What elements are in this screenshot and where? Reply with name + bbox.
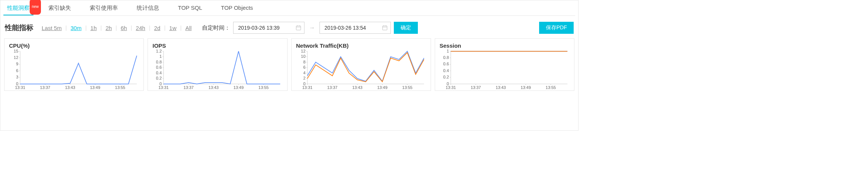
svg-rect-4: [383, 26, 387, 30]
calendar-icon: [382, 25, 387, 30]
tab-bar: 性能洞察new索引缺失索引使用率统计信息TOP SQLTOP Objects: [0, 0, 578, 15]
chart-title: CPU(%): [9, 42, 139, 49]
tab-3[interactable]: 统计信息: [137, 0, 159, 15]
time-range-all[interactable]: All: [182, 25, 196, 31]
chart-card-1: IOPS00.20.40.60.811.213:3113:3713:4313:4…: [148, 38, 287, 91]
svg-text:0.4: 0.4: [443, 68, 449, 73]
section-title: 性能指标: [5, 23, 33, 33]
svg-text:12: 12: [301, 50, 305, 53]
chart-title: Network Traffic(KB): [296, 42, 426, 49]
svg-text:1: 1: [446, 50, 449, 53]
svg-text:1.2: 1.2: [156, 50, 162, 53]
svg-text:13:31: 13:31: [302, 85, 312, 90]
svg-text:0.8: 0.8: [156, 60, 162, 64]
chart-plot[interactable]: 00.20.40.60.8113:3113:3713:4313:4913:55: [440, 50, 570, 91]
svg-text:4: 4: [303, 71, 305, 75]
chart-card-2: Network Traffic(KB)02468101213:3113:3713…: [291, 38, 431, 91]
svg-text:13:31: 13:31: [446, 85, 456, 90]
svg-text:13:31: 13:31: [158, 85, 169, 90]
svg-rect-0: [296, 26, 301, 30]
custom-time-label: 自定时间：: [202, 24, 230, 32]
time-range-1h[interactable]: 1h: [87, 25, 101, 31]
svg-text:13:55: 13:55: [115, 85, 125, 90]
svg-text:0.4: 0.4: [156, 71, 162, 75]
controls-row: 性能指标 Last 5m|30m|1h|2h|6h|24h|2d|1w|All …: [0, 20, 578, 38]
svg-text:12: 12: [14, 55, 18, 60]
confirm-button[interactable]: 确定: [394, 22, 418, 34]
time-range-6h[interactable]: 6h: [117, 25, 131, 31]
svg-text:3: 3: [16, 75, 18, 79]
tab-0[interactable]: 性能洞察new: [7, 0, 30, 15]
svg-text:0.6: 0.6: [443, 62, 449, 66]
svg-text:0.8: 0.8: [443, 55, 449, 60]
time-to-value: 2019-03-26 13:54: [324, 25, 366, 31]
svg-text:13:55: 13:55: [259, 85, 269, 90]
svg-text:6: 6: [303, 65, 305, 69]
dashboard: 性能洞察new索引缺失索引使用率统计信息TOP SQLTOP Objects 性…: [0, 0, 579, 131]
new-badge: new: [30, 0, 41, 15]
chart-plot[interactable]: 00.20.40.60.811.213:3113:3713:4313:4913:…: [152, 50, 282, 91]
chart-plot[interactable]: 02468101213:3113:3713:4313:4913:55: [296, 50, 426, 91]
svg-text:13:37: 13:37: [470, 85, 481, 90]
svg-text:13:43: 13:43: [352, 85, 362, 90]
time-range-24h[interactable]: 24h: [132, 25, 149, 31]
svg-text:13:49: 13:49: [90, 85, 100, 90]
svg-text:0.2: 0.2: [156, 76, 162, 80]
svg-text:13:55: 13:55: [546, 85, 556, 90]
svg-text:13:37: 13:37: [184, 85, 194, 90]
svg-text:9: 9: [16, 62, 18, 66]
svg-text:2: 2: [303, 76, 305, 80]
tab-underline: [3, 15, 575, 16]
chart-plot[interactable]: 0369121513:3113:3713:4313:4913:55: [9, 50, 139, 91]
svg-text:13:55: 13:55: [402, 85, 412, 90]
tab-5[interactable]: TOP Objects: [221, 0, 253, 15]
time-range-30m[interactable]: 30m: [67, 25, 85, 31]
tab-4[interactable]: TOP SQL: [178, 0, 202, 15]
svg-text:13:49: 13:49: [234, 85, 244, 90]
save-pdf-button[interactable]: 保存PDF: [539, 22, 574, 34]
svg-text:13:43: 13:43: [208, 85, 219, 90]
svg-text:10: 10: [301, 54, 305, 59]
tab-1[interactable]: 索引缺失: [48, 0, 71, 15]
time-range-2h[interactable]: 2h: [102, 25, 116, 31]
svg-text:13:37: 13:37: [327, 85, 337, 90]
svg-text:13:49: 13:49: [377, 85, 387, 90]
chart-title: IOPS: [152, 42, 282, 49]
svg-text:8: 8: [303, 60, 305, 64]
svg-text:1: 1: [160, 54, 162, 59]
chart-card-0: CPU(%)0369121513:3113:3713:4313:4913:55: [4, 38, 144, 91]
time-range-last5m[interactable]: Last 5m: [38, 25, 65, 31]
time-range-links: Last 5m|30m|1h|2h|6h|24h|2d|1w|All: [38, 25, 195, 31]
svg-text:13:43: 13:43: [496, 85, 506, 90]
calendar-icon: [296, 25, 301, 30]
time-to-input[interactable]: 2019-03-26 13:54: [319, 22, 391, 34]
svg-text:13:31: 13:31: [15, 85, 25, 90]
svg-text:15: 15: [14, 50, 18, 53]
time-from-input[interactable]: 2019-03-26 13:39: [233, 22, 304, 34]
chart-title: Session: [440, 42, 570, 49]
svg-text:0.6: 0.6: [156, 65, 162, 69]
svg-text:13:43: 13:43: [65, 85, 75, 90]
svg-text:6: 6: [16, 68, 18, 73]
svg-text:13:37: 13:37: [40, 85, 50, 90]
svg-text:0.2: 0.2: [443, 75, 449, 79]
time-from-value: 2019-03-26 13:39: [238, 25, 280, 31]
svg-text:13:49: 13:49: [521, 85, 531, 90]
chart-card-3: Session00.20.40.60.8113:3113:3713:4313:4…: [435, 38, 574, 91]
time-range-arrow-icon: →: [307, 24, 316, 31]
tab-2[interactable]: 索引使用率: [90, 0, 118, 15]
time-range-2d[interactable]: 2d: [150, 25, 164, 31]
charts-row: CPU(%)0369121513:3113:3713:4313:4913:55I…: [0, 38, 578, 91]
time-range-1w[interactable]: 1w: [166, 25, 180, 31]
